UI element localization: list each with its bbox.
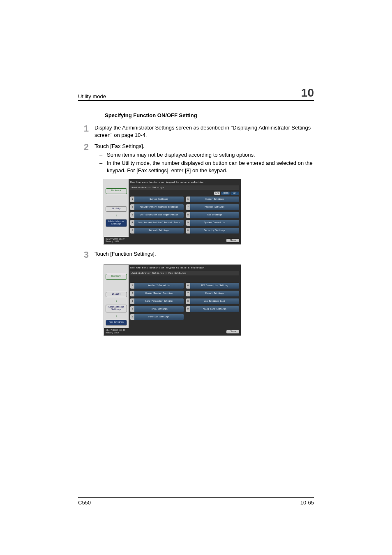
menu-item[interactable]: 1Header Information — [130, 283, 184, 289]
sidebar-item-utility[interactable]: Utility — [106, 292, 127, 298]
menu-item-label: TX/RX Settings — [134, 306, 184, 312]
footer-page-number: 10-65 — [300, 500, 314, 506]
menu-item-number: 6 — [186, 283, 190, 289]
menu-item-label: Function Settings — [134, 314, 184, 320]
menu-item[interactable]: 7Report Settings — [186, 291, 240, 296]
close-button[interactable]: Close — [226, 239, 239, 242]
menu-item[interactable]: 6Copier Settings — [186, 197, 240, 202]
menu-item-label: Printer Settings — [190, 204, 240, 210]
menu-item-number: 7 — [186, 291, 190, 296]
breadcrumb: Administrator Settings > Fax Settings — [130, 271, 239, 275]
arrow-down-icon: ↓ — [104, 315, 129, 317]
menu-item[interactable]: 2Header/Footer Position — [130, 291, 184, 296]
menu-item[interactable]: 0Security Settings — [186, 228, 240, 234]
menu-item-label: Administrator/ Machine Settings — [134, 204, 184, 210]
menu-item[interactable]: 4User Authentication/ Account Track — [130, 220, 184, 226]
sidebar-item-fax[interactable]: Fax Settings — [106, 320, 127, 326]
menu-item-label: PBX Connection Setting — [190, 283, 240, 289]
menu-item-number: 6 — [186, 197, 190, 202]
section-title: Specifying Function ON/OFF Setting — [105, 112, 314, 118]
step-text: Touch [Function Settings]. — [95, 250, 314, 259]
menu-item[interactable]: 8Fax Settings — [186, 212, 240, 218]
menu-item-label: Header/Footer Position — [134, 291, 184, 296]
footer-datetime: 09/27/2007 15:44 Memory 100% — [106, 238, 125, 243]
menu-item-number: 5 — [130, 228, 134, 234]
step-number: 2 — [78, 143, 95, 174]
menu-item[interactable]: 6PBX Connection Setting — [186, 283, 240, 289]
menu-item-label: Report Settings — [190, 291, 240, 296]
menu-item-number: 2 — [130, 204, 134, 210]
menu-item-label: User Authentication/ Account Track — [134, 220, 184, 226]
menu-item[interactable]: 9System Connection — [186, 220, 240, 226]
arrow-down-icon: ↓ — [104, 214, 129, 217]
step-2: 2 Touch [Fax Settings]. – Some items may… — [78, 143, 314, 174]
menu-item[interactable]: 8Job Settings List — [186, 298, 240, 304]
menu-item-number: 8 — [186, 212, 190, 218]
menu-item-number: 9 — [186, 306, 190, 312]
menu-item-label: Job Settings List — [190, 298, 240, 304]
menu-item[interactable]: 5Network Settings — [130, 228, 184, 234]
menu-item[interactable]: 1System Settings — [130, 197, 184, 202]
menu-item-label: One-Touch/User Box Registration — [134, 212, 184, 218]
sub-item: – In the Utility mode, the number displa… — [99, 160, 314, 174]
bookmark-tab[interactable]: Bookmark — [106, 274, 127, 280]
dash-icon: – — [99, 151, 107, 159]
step-1: 1 Display the Administrator Settings scr… — [78, 124, 314, 139]
page-footer: C550 10-65 — [78, 497, 314, 506]
sidebar-item-utility[interactable]: Utility — [106, 206, 127, 212]
pager-page: 1/2 — [214, 192, 220, 195]
menu-item-number: 3 — [130, 212, 134, 218]
menu-item[interactable]: 3One-Touch/User Box Registration — [130, 212, 184, 218]
sidebar-item-admin[interactable]: Administrator Settings — [106, 305, 127, 312]
menu-item-label: Fax Settings — [190, 212, 240, 218]
step-3: 3 Touch [Function Settings]. — [78, 250, 314, 259]
sub-text: In the Utility mode, the number displaye… — [107, 160, 314, 174]
footer-datetime: 11/17/2006 18:30 Memory 100% — [106, 329, 125, 334]
panel-instruction: Use the menu buttons or keypad to make a… — [130, 266, 239, 270]
screenshot-fax-settings: Bookmark Utility ↓ Administrator Setting… — [104, 264, 241, 336]
arrow-down-icon: ↓ — [104, 300, 129, 302]
sidebar: Bookmark Utility ↓ Administrator Setting… — [104, 179, 129, 237]
menu-item[interactable]: 3Line Parameter Setting — [130, 298, 184, 304]
sub-text: Some items may not be displayed accordin… — [107, 151, 314, 159]
sidebar: Bookmark Utility ↓ Administrator Setting… — [104, 265, 129, 328]
menu-item[interactable]: 5Function Settings — [130, 314, 184, 320]
menu-item-label: System Connection — [190, 220, 240, 226]
close-button[interactable]: Close — [226, 330, 239, 333]
page-header: Utility mode 10 — [78, 86, 314, 101]
footer-model: C550 — [78, 500, 91, 506]
menu-item-number: 7 — [186, 204, 190, 210]
sidebar-item-admin[interactable]: Administrator Settings — [106, 219, 127, 227]
menu-item-number: 3 — [130, 298, 134, 304]
menu-item-label: Security Settings — [190, 228, 240, 234]
step-number: 1 — [78, 124, 95, 139]
bookmark-tab[interactable]: Bookmark — [106, 188, 127, 194]
menu-item-number: 9 — [186, 220, 190, 226]
panel-instruction: Use the menu buttons or keypad to make a… — [130, 180, 239, 185]
menu-item-number: 1 — [130, 197, 134, 202]
menu-item-label: System Settings — [134, 197, 184, 202]
chapter-number: 10 — [301, 86, 314, 99]
breadcrumb: Administrator Settings — [130, 185, 239, 190]
pager: 1/2 ←Back Fwd.→ — [130, 192, 239, 195]
menu-item-number: 5 — [130, 314, 134, 320]
step-text: Display the Administrator Settings scree… — [95, 124, 314, 139]
menu-item-number: 4 — [130, 220, 134, 226]
menu-item[interactable]: 7Printer Settings — [186, 204, 240, 210]
menu-item-number: 2 — [130, 291, 134, 296]
menu-item[interactable]: 4TX/RX Settings — [130, 306, 184, 312]
forward-button[interactable]: Fwd.→ — [231, 192, 239, 195]
step-number: 3 — [78, 250, 95, 259]
menu-item-number: 4 — [130, 306, 134, 312]
screenshot-admin-settings: Bookmark Utility ↓ Administrator Setting… — [104, 179, 241, 245]
step-text: Touch [Fax Settings]. — [95, 143, 314, 150]
header-section: Utility mode — [78, 93, 106, 99]
menu-item-number: 1 — [130, 283, 134, 289]
sub-item: – Some items may not be displayed accord… — [99, 151, 314, 159]
menu-item-label: Header Information — [134, 283, 184, 289]
menu-item-number: 8 — [186, 298, 190, 304]
menu-item[interactable]: 9Multi Line Settings — [186, 306, 240, 312]
menu-item-label: Network Settings — [134, 228, 184, 234]
menu-item[interactable]: 2Administrator/ Machine Settings — [130, 204, 184, 210]
back-button[interactable]: ←Back — [221, 192, 230, 195]
